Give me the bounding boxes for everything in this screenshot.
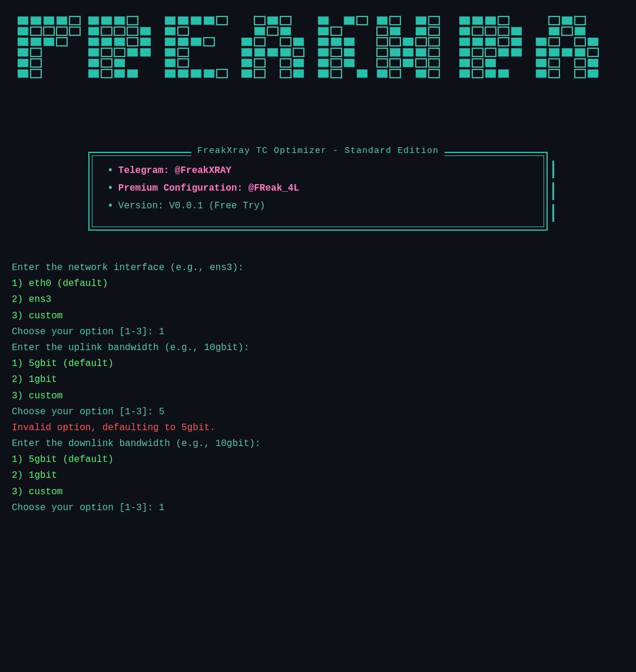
svg-rect-71: [267, 16, 278, 25]
svg-rect-98: [331, 38, 342, 46]
svg-rect-84: [293, 69, 304, 78]
svg-rect-161: [536, 59, 546, 67]
svg-rect-128: [416, 48, 426, 56]
version-item: Version: V0.0.1 (Free Try): [118, 201, 266, 211]
pixel-logo: .pb { fill: #2abfaa; stroke: #1a7a6e; st…: [12, 11, 624, 134]
svg-rect-55: [217, 16, 227, 25]
svg-rect-150: [472, 48, 483, 56]
svg-rect-169: [549, 38, 559, 46]
svg-rect-75: [280, 27, 291, 35]
svg-rect-46: [165, 16, 175, 25]
svg-rect-116: [416, 38, 426, 46]
svg-rect-162: [536, 69, 546, 78]
svg-rect-40: [101, 69, 112, 78]
svg-rect-26: [101, 16, 112, 25]
svg-rect-60: [191, 69, 201, 78]
svg-rect-115: [403, 38, 413, 46]
terminal-line-3: 3) custom: [12, 308, 624, 324]
svg-rect-41: [114, 69, 125, 78]
svg-rect-20: [88, 16, 99, 25]
terminal-line-7: 2) 1gbit: [12, 372, 624, 388]
deco-bar-3: [552, 204, 554, 222]
svg-rect-166: [549, 27, 559, 35]
terminal-line-6: 1) 5gbit (default): [12, 356, 624, 372]
svg-rect-103: [344, 59, 355, 67]
svg-rect-15: [57, 27, 67, 35]
svg-rect-130: [429, 48, 439, 56]
svg-rect-80: [280, 48, 291, 56]
svg-rect-135: [459, 38, 470, 46]
svg-rect-44: [114, 27, 125, 35]
svg-rect-112: [416, 27, 426, 35]
svg-rect-155: [498, 69, 509, 78]
svg-rect-11: [44, 38, 54, 46]
svg-rect-34: [114, 48, 125, 56]
svg-rect-124: [429, 69, 439, 78]
bullet-icon: •: [107, 200, 114, 212]
svg-rect-140: [485, 16, 496, 25]
svg-rect-21: [88, 27, 99, 35]
info-list: • Telegram: @FreakXRAY • Premium Configu…: [107, 165, 529, 212]
svg-rect-101: [344, 48, 355, 56]
svg-rect-79: [267, 48, 278, 56]
svg-rect-137: [459, 59, 470, 67]
svg-rect-59: [178, 69, 188, 78]
svg-rect-144: [472, 38, 483, 46]
svg-rect-24: [88, 59, 99, 67]
svg-rect-114: [390, 38, 400, 46]
svg-rect-163: [549, 16, 559, 25]
svg-rect-81: [293, 38, 304, 46]
svg-rect-25: [88, 69, 99, 78]
bullet-icon: •: [107, 165, 114, 177]
svg-rect-178: [549, 59, 559, 67]
svg-rect-102: [331, 59, 342, 67]
svg-rect-28: [127, 16, 138, 25]
terminal-line-15: Choose your option [1-3]: 1: [12, 500, 624, 516]
deco-bar-1: [552, 161, 554, 178]
terminal-line-9: Choose your option [1-3]: 5: [12, 404, 624, 420]
svg-rect-38: [101, 59, 112, 67]
svg-rect-108: [416, 16, 426, 25]
svg-rect-92: [318, 48, 329, 56]
svg-rect-110: [377, 27, 387, 35]
terminal-line-4: Choose your option [1-3]: 1: [12, 324, 624, 340]
svg-rect-29: [140, 27, 151, 35]
svg-rect-56: [178, 38, 188, 46]
svg-rect-70: [254, 16, 265, 25]
svg-rect-16: [69, 27, 80, 35]
svg-rect-6: [31, 16, 41, 25]
svg-rect-120: [416, 59, 426, 67]
svg-rect-129: [377, 48, 387, 56]
svg-rect-132: [429, 59, 439, 67]
svg-rect-89: [318, 16, 329, 25]
svg-rect-145: [485, 38, 496, 46]
svg-rect-123: [416, 69, 426, 78]
svg-rect-73: [254, 27, 265, 35]
svg-rect-88: [280, 69, 291, 78]
terminal-section: Enter the network interface (e.g., ens3)…: [0, 242, 636, 528]
list-item: • Premium Configuration: @FReak_4L: [107, 182, 529, 194]
svg-rect-2: [18, 38, 28, 46]
svg-rect-174: [588, 38, 598, 46]
svg-rect-17: [31, 48, 41, 56]
svg-rect-158: [498, 27, 509, 35]
info-box-title: FreakXray TC Optimizer - Standard Editio…: [191, 146, 445, 156]
svg-rect-72: [280, 16, 291, 25]
svg-rect-149: [511, 48, 522, 56]
svg-rect-85: [254, 59, 265, 67]
logo-section: .pb { fill: #2abfaa; stroke: #1a7a6e; st…: [0, 0, 636, 134]
svg-rect-177: [588, 69, 598, 78]
svg-rect-93: [318, 59, 329, 67]
svg-rect-0: [18, 16, 28, 25]
svg-rect-23: [88, 48, 99, 56]
terminal-line-14: 3) custom: [12, 484, 624, 500]
svg-rect-164: [562, 16, 572, 25]
svg-rect-58: [204, 38, 214, 46]
terminal-line-13: 2) 1gbit: [12, 468, 624, 484]
svg-rect-100: [331, 48, 342, 56]
info-box-wrapper: FreakXray TC Optimizer - Standard Editio…: [88, 152, 548, 231]
svg-rect-127: [390, 48, 400, 56]
terminal-line-0: Enter the network interface (e.g., ens3)…: [12, 260, 624, 276]
svg-rect-151: [472, 59, 483, 67]
svg-rect-136: [459, 48, 470, 56]
